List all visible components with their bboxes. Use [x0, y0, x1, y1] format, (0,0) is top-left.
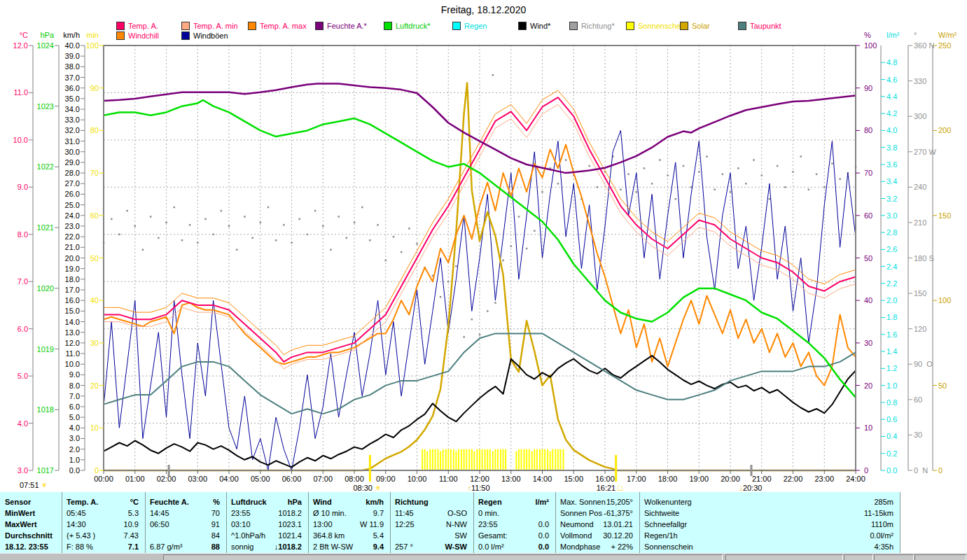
- table-cell-text: 12:25: [395, 519, 415, 530]
- table-cell: SW: [390, 531, 473, 541]
- direction-dot: [627, 174, 629, 176]
- direction-dot: [597, 186, 599, 188]
- axis-label-kmh: 22.0: [35, 232, 80, 241]
- table-cell: Max. Sonnen15,205°: [555, 497, 639, 507]
- axis-label-min: 20: [54, 382, 99, 390]
- table-cell-text: (+ 5.43 ): [67, 531, 95, 541]
- table-cell: 364.8 km5.4: [308, 531, 390, 541]
- axis-label-deg: 330: [914, 77, 952, 85]
- axis-label-kmh: 37.0: [35, 74, 80, 82]
- direction-dot: [651, 183, 653, 185]
- table-cell-value: 9.4: [373, 542, 384, 552]
- axis-label-kmh: 10.0: [35, 360, 80, 368]
- direction-dot: [354, 222, 356, 224]
- axis-label-min: 30: [54, 339, 99, 347]
- direction-dot: [706, 155, 708, 158]
- axis-label-kmh: 25.0: [35, 201, 80, 209]
- series-sonnenschein: [422, 449, 563, 470]
- axis-label-c: 10.0: [0, 136, 28, 144]
- axis-label-kmh: 5.0: [35, 413, 80, 421]
- legend-label: Temp. A.: [128, 22, 158, 30]
- table-cell-text: ^1.0hPa/h: [231, 531, 265, 541]
- x-axis-label: 06:00: [277, 475, 307, 483]
- direction-dot: [181, 239, 183, 241]
- legend-label: Windböen: [193, 31, 228, 40]
- direction-dot: [659, 159, 661, 161]
- table-cell: 0.0 l/m²0.0: [473, 542, 555, 552]
- axis-label-wm2: 0: [938, 466, 967, 475]
- direction-dot: [502, 260, 504, 262]
- direction-dot: [385, 260, 387, 262]
- direction-dot: [150, 216, 152, 218]
- axis-label-kmh: 21.0: [35, 243, 80, 251]
- table-cell-value: 0.0: [538, 531, 549, 541]
- axis-label-pct: 30: [864, 339, 902, 347]
- table-cell-text: 23:55: [231, 508, 251, 519]
- series-line-windboen: [104, 130, 856, 470]
- legend-label: Temp. A. max: [260, 22, 307, 30]
- axis-unit-min: min: [54, 31, 99, 39]
- legend-label: Luftdruck*: [396, 22, 431, 30]
- axis-label-deg: 90 O: [914, 360, 952, 368]
- status-bar: [0, 553, 967, 560]
- x-axis-label: 12:00: [464, 475, 495, 483]
- direction-dot: [118, 234, 120, 236]
- x-axis-label: 19:00: [683, 475, 714, 483]
- axis-label-lm2: 4.8: [886, 58, 924, 66]
- axis-label-kmh: 13.0: [35, 328, 80, 337]
- axis-label-min: 90: [54, 84, 99, 92]
- direction-dot: [636, 191, 638, 193]
- status-panel: [914, 554, 966, 560]
- legend-color-box: [738, 22, 746, 30]
- series-windchill: [104, 145, 856, 386]
- axis-label-kmh: 14.0: [35, 318, 80, 326]
- legend-item-taupunkt: Taupunkt: [738, 21, 781, 30]
- direction-dot: [314, 210, 316, 212]
- direction-dot: [361, 206, 363, 209]
- x-axis-label: 02:00: [151, 475, 182, 483]
- table-cell-value: l/m²: [535, 497, 549, 507]
- table-row-label: MinWert: [5, 508, 60, 519]
- direction-dot: [831, 162, 833, 164]
- table-cell-value: 1018.2: [278, 508, 302, 519]
- table-cell: 0 min.: [473, 508, 555, 519]
- axis-label-min: 40: [54, 296, 99, 304]
- table-cell-text: 13:00: [313, 519, 333, 530]
- table-cell-value: 0.0l/m²: [870, 531, 893, 541]
- x-axis-label: 13:00: [496, 475, 527, 483]
- table-row-label: Sensor: [5, 497, 60, 507]
- direction-dot: [408, 227, 410, 230]
- x-axis-label: 18:00: [653, 475, 683, 483]
- direction-dot: [565, 159, 567, 161]
- table-cell: sonnig↓1018.2: [226, 542, 308, 552]
- table-cell-text: 6.87 g/m³: [150, 542, 182, 552]
- summary-table: SensorTemp. A.°CFeuchte A.%LuftdruckhPaW…: [0, 492, 900, 553]
- table-cell-text: Schneefallgr: [644, 519, 687, 530]
- table-cell: Regen/1h0.0l/m²: [639, 531, 900, 541]
- axis-label-kmh: 7.0: [35, 392, 80, 400]
- direction-dot: [283, 224, 285, 226]
- legend-item-temp-a-min: Temp. A. min: [181, 21, 238, 30]
- axis-label-deg: 180 S: [914, 254, 952, 262]
- table-cell-value: 0.0: [538, 519, 549, 530]
- table-cell: Wolkenunterg285m: [639, 497, 900, 507]
- legend-label: Taupunkt: [750, 22, 781, 30]
- axis-label-lm2: 0.2: [886, 449, 924, 458]
- sunrise-time: 07:51: [20, 481, 39, 489]
- direction-dot: [588, 165, 590, 167]
- direction-dot: [260, 222, 262, 224]
- table-cell-text: Regen: [478, 497, 502, 507]
- table-cell: Windkm/h: [308, 497, 390, 507]
- series-line-taupunkt: [104, 333, 856, 414]
- table-cell-text: Gesamt:: [478, 531, 508, 541]
- table-cell: Ø 10 min.9.7: [308, 508, 390, 519]
- legend-color-box: [626, 22, 634, 30]
- direction-dot: [761, 174, 763, 176]
- direction-dot: [737, 167, 739, 169]
- direction-dot: [307, 234, 309, 236]
- table-cell-text: 06:50: [150, 519, 169, 530]
- status-panel: [844, 554, 873, 560]
- direction-dot: [267, 206, 270, 209]
- direction-dot: [800, 155, 802, 158]
- sun-start-time: 08:30: [353, 484, 373, 492]
